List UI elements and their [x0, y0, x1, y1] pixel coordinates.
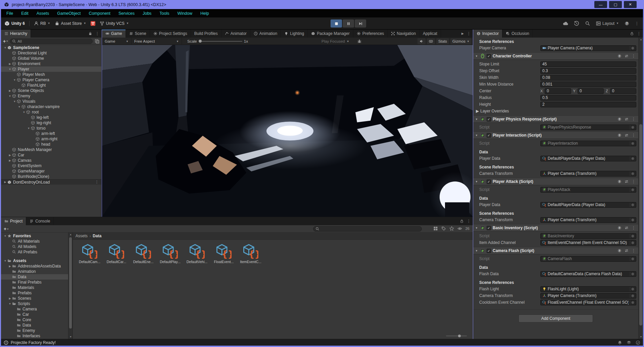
hierarchy-item-leg-left[interactable]: leg-left [1, 115, 101, 120]
object-field-player-data[interactable]: {}DefaultPlayerData (Player Data) [540, 156, 636, 161]
tab-game[interactable]: Game [102, 30, 126, 38]
foldout-open-icon[interactable]: ▼ [27, 127, 31, 130]
project-folder-materials[interactable]: Materials [1, 285, 68, 290]
account-dropdown[interactable]: RB▼ [34, 21, 50, 26]
component-header-player-physics-response-script[interactable]: ▼#✓Player Physics Response (Script)?⋮ [473, 115, 638, 123]
foldout-open-icon[interactable]: ▼ [8, 95, 12, 98]
lock-icon[interactable] [630, 32, 634, 36]
enabled-checkbox[interactable]: ✓ [487, 54, 491, 58]
presets-icon[interactable] [625, 54, 629, 58]
notifications-icon[interactable] [617, 340, 622, 345]
hierarchy-item-head[interactable]: head [1, 142, 101, 147]
component-help-icon[interactable]: ? [617, 133, 622, 137]
visibility-icon[interactable] [457, 226, 462, 231]
search-by-type-icon[interactable] [433, 226, 438, 231]
component-help-icon[interactable]: ? [617, 226, 622, 230]
foldout-closed-icon[interactable]: ▶ [8, 62, 12, 65]
project-folder-core[interactable]: Core [1, 317, 68, 323]
foldout-layer-overrides[interactable]: ▶Layer Overrides [473, 108, 638, 114]
aspect-dropdown[interactable]: Free Aspect▼ [132, 38, 182, 45]
menu-edit[interactable]: Edit [17, 9, 33, 17]
object-field-player-camera[interactable]: Player Camera (Camera) [540, 45, 636, 51]
hierarchy-item-root[interactable]: ▼root [1, 109, 101, 115]
foldout-open-icon[interactable]: ▼ [475, 180, 479, 183]
value-field-slope-limit[interactable]: 45 [540, 61, 636, 67]
presets-icon[interactable] [625, 133, 629, 137]
add-component-button[interactable]: Add Component [518, 314, 593, 323]
menu-services[interactable]: Services [114, 9, 139, 17]
inspector-more-icon[interactable]: ⋮ [637, 31, 641, 36]
enabled-checkbox[interactable]: ✓ [487, 117, 491, 121]
help-icon[interactable]: ? [625, 21, 629, 26]
menu-help[interactable]: Help [196, 9, 213, 17]
object-picker-icon[interactable] [630, 287, 634, 291]
asset-defaultplay[interactable]: {}DefaultPlay... [158, 244, 182, 264]
tab-scroll-icon[interactable]: ▶ [461, 32, 464, 35]
hierarchy-item-torso[interactable]: ▼torso [1, 126, 101, 131]
value-field-min-move-distance[interactable]: 0.001 [540, 82, 636, 87]
project-folder-interfaces[interactable]: Interfaces [1, 333, 68, 339]
object-field-cooldown-event-channel[interactable]: {}FloatEventChannel (Float Event Channel… [540, 300, 636, 305]
minimize-button[interactable]: — [594, 1, 607, 8]
object-field-flash-data[interactable]: {}DefaultCameraData (Camera Flash Data) [540, 271, 636, 277]
hierarchy-search-input[interactable]: All [10, 39, 93, 44]
tab-animator[interactable]: Animator [221, 30, 250, 38]
foldout-open-icon[interactable]: ▼ [475, 118, 479, 121]
icon-size-slider[interactable] [446, 336, 467, 336]
project-folder-favorites[interactable]: ▼Favorites [1, 233, 68, 239]
menu-gameobject[interactable]: GameObject [53, 9, 85, 17]
play-button[interactable] [331, 19, 342, 28]
unity-version-badge[interactable]: Unity 6 [4, 21, 25, 26]
scene-picker-icon[interactable] [95, 39, 99, 44]
foldout-closed-icon[interactable]: ▶ [8, 159, 12, 162]
component-header-character-controller[interactable]: ▼✓Character Controller?⋮ [473, 52, 638, 60]
tab-preferences[interactable]: Preferences [353, 30, 388, 38]
enabled-checkbox[interactable]: ✓ [487, 180, 491, 184]
component-more-icon[interactable]: ⋮ [632, 117, 636, 121]
tab-lighting[interactable]: Lighting [281, 30, 308, 38]
search-by-label-icon[interactable] [441, 226, 446, 231]
hierarchy-item-dontdestroyonload[interactable]: ▶DontDestroyOnLoad⋮ [1, 179, 101, 185]
hierarchy-item-leg-right[interactable]: leg-right [1, 120, 101, 126]
asset-itemeventc[interactable]: {}ItemEventC... [239, 244, 263, 264]
object-picker-icon[interactable] [630, 241, 634, 245]
object-field-script[interactable]: #BasicInventory [540, 233, 636, 239]
project-folder-addressableassetsdata[interactable]: ▶AddressableAssetsData [1, 263, 68, 269]
hierarchy-item-eventsystem[interactable]: EventSystem [1, 163, 101, 168]
object-field-player-data[interactable]: {}DefaultPlayerData (Player Data) [540, 202, 636, 208]
tab-occlusion[interactable]: Occlusion [502, 30, 533, 38]
foldout-closed-icon[interactable]: ▶ [8, 297, 12, 300]
hierarchy-item-arm-left[interactable]: arm-left [1, 131, 101, 136]
asset-floatevent[interactable]: {}FloatEvent... [212, 244, 236, 264]
tasks-done-icon[interactable] [636, 340, 640, 345]
object-field-script[interactable]: #PlayerInteraction [540, 141, 636, 146]
component-more-icon[interactable]: ⋮ [632, 226, 636, 230]
debug-icon[interactable] [354, 38, 364, 45]
menu-window[interactable]: Window [174, 9, 196, 17]
pause-button[interactable] [343, 19, 354, 28]
play-focused-dropdown[interactable]: Play Focused▼ [319, 38, 352, 45]
project-folder-data[interactable]: Data [1, 274, 68, 280]
asset-defaultcar[interactable]: {}DefaultCar... [104, 244, 129, 264]
enabled-checkbox[interactable]: ✓ [487, 249, 491, 253]
foldout-closed-icon[interactable]: ▶ [8, 154, 12, 157]
object-field-script[interactable]: #CameraFlash [540, 256, 636, 262]
project-folder-all-models[interactable]: All Models [1, 244, 68, 249]
foldout-closed-icon[interactable]: ▶ [8, 89, 12, 92]
component-more-icon[interactable]: ⋮ [632, 133, 636, 138]
hierarchy-item-gamemanager[interactable]: GameManager [1, 168, 101, 174]
unity-vcs-dropdown[interactable]: Unity VCS▼ [100, 21, 129, 26]
component-header-player-interaction-script[interactable]: ▼#✓Player Interaction (Script)?⋮ [473, 132, 638, 139]
breadcrumb-current[interactable]: Data [93, 234, 101, 238]
object-field-item-added-channel[interactable]: {}ItemEventChannel (Item Event Channel S… [540, 240, 636, 246]
project-folder-scenes[interactable]: ▶Scenes [1, 296, 68, 301]
project-folder-scripts[interactable]: ▼Scripts [1, 301, 68, 306]
z-field[interactable]: 0 [610, 88, 636, 94]
component-more-icon[interactable]: ⋮ [632, 54, 636, 58]
presets-icon[interactable] [625, 249, 629, 253]
component-help-icon[interactable]: ? [617, 180, 622, 184]
foldout-open-icon[interactable]: ▼ [8, 68, 12, 71]
object-picker-icon[interactable] [630, 156, 634, 161]
tab-inspector[interactable]: iInspector [473, 30, 502, 38]
cloud-icon[interactable] [563, 21, 568, 26]
